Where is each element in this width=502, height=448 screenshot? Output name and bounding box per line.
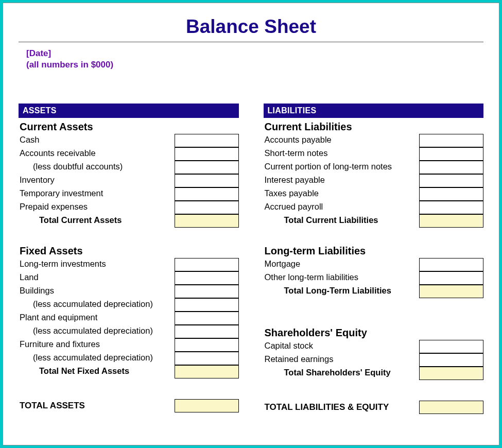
line-value-input[interactable] [419, 258, 483, 271]
line-value-input[interactable] [175, 147, 239, 161]
line-value-input[interactable] [175, 298, 239, 312]
line-label: Capital stock [264, 340, 417, 353]
line-label: Temporary investment [19, 187, 171, 201]
line-label: Prepaid expenses [19, 201, 171, 214]
date-placeholder: [Date] [26, 48, 483, 59]
document-title: Balance Sheet [19, 16, 483, 38]
total-value [419, 285, 483, 298]
line-value-input[interactable] [175, 174, 239, 187]
table-row: Temporary investment [19, 187, 239, 201]
table-row: Accrued payroll [264, 201, 484, 214]
line-value-input[interactable] [175, 201, 239, 214]
line-label: Inventory [19, 174, 171, 187]
table-row: Mortgage [264, 258, 484, 271]
table-row: Land [19, 271, 239, 285]
total-value [175, 214, 239, 228]
line-value-input[interactable] [175, 187, 239, 201]
table-row: Short-term notes [264, 147, 484, 161]
units-note: (all numbers in $000) [26, 60, 483, 70]
line-label: Taxes payable [264, 187, 417, 201]
total-value [419, 214, 483, 228]
total-label: Total Net Fixed Assets [19, 365, 171, 378]
table-row: Taxes payable [264, 187, 484, 201]
page: Balance Sheet [Date] (all numbers in $00… [3, 3, 499, 445]
total-label: Total Current Liabilities [264, 214, 417, 228]
fixed-assets-subheader: Fixed Assets [19, 245, 239, 257]
total-row: Total Current Assets [19, 214, 239, 228]
table-row: Other long-term liabilities [264, 271, 484, 285]
line-label: Accrued payroll [264, 201, 417, 214]
line-value-input[interactable] [175, 161, 239, 174]
grand-total-value [175, 399, 239, 412]
line-value-input[interactable] [419, 201, 483, 214]
table-row: Plant and equipment [19, 312, 239, 325]
total-label: Total Long-Term Liabilities [264, 285, 417, 298]
line-value-input[interactable] [419, 340, 483, 353]
grand-total-label: TOTAL LIABILITIES & EQUITY [264, 402, 420, 412]
assets-column: ASSETS Current Assets Cash Accounts rece… [19, 104, 239, 414]
line-label: Current portion of long-term notes [264, 161, 417, 174]
line-label: Land [19, 271, 171, 285]
line-value-input[interactable] [175, 325, 239, 338]
title-divider [19, 42, 483, 42]
table-row: (less accumulated depreciation) [19, 325, 239, 338]
line-value-input[interactable] [175, 312, 239, 325]
line-label: (less doubtful accounts) [19, 161, 171, 174]
table-row: (less accumulated depreciation) [19, 352, 239, 365]
table-row: Accounts payable [264, 134, 484, 147]
line-value-input[interactable] [419, 187, 483, 201]
table-row: (less doubtful accounts) [19, 161, 239, 174]
line-value-input[interactable] [175, 338, 239, 352]
current-assets-subheader: Current Assets [19, 121, 239, 133]
total-label: Total Shareholders' Equity [264, 367, 417, 380]
table-row: Interest payable [264, 174, 484, 187]
table-row: Inventory [19, 174, 239, 187]
total-row: Total Net Fixed Assets [19, 365, 239, 378]
columns: ASSETS Current Assets Cash Accounts rece… [19, 104, 483, 414]
line-label: Other long-term liabilities [264, 271, 417, 285]
assets-header: ASSETS [19, 104, 239, 118]
table-row: Long-term investments [19, 258, 239, 271]
line-value-input[interactable] [175, 134, 239, 147]
line-label: Accounts receivable [19, 147, 171, 161]
line-label: Retained earnings [264, 353, 417, 367]
grand-total-label: TOTAL ASSETS [19, 401, 175, 411]
table-row: Capital stock [264, 340, 484, 353]
line-value-input[interactable] [175, 352, 239, 365]
table-row: Prepaid expenses [19, 201, 239, 214]
table-row: Buildings [19, 285, 239, 298]
total-value [175, 365, 239, 378]
grand-total-row: TOTAL ASSETS [19, 399, 239, 412]
line-value-input[interactable] [419, 134, 483, 147]
line-label: (less accumulated depreciation) [19, 352, 171, 365]
total-row: Total Current Liabilities [264, 214, 484, 228]
table-row: Retained earnings [264, 353, 484, 367]
line-label: (less accumulated depreciation) [19, 325, 171, 338]
line-value-input[interactable] [175, 258, 239, 271]
total-label: Total Current Assets [19, 214, 171, 228]
line-label: Furniture and fixtures [19, 338, 171, 352]
line-value-input[interactable] [419, 161, 483, 174]
grand-total-value [419, 401, 483, 414]
line-label: Mortgage [264, 258, 417, 271]
line-value-input[interactable] [419, 271, 483, 285]
line-label: Plant and equipment [19, 312, 171, 325]
longterm-liabilities-subheader: Long-term Liabilities [264, 245, 484, 257]
line-value-input[interactable] [419, 174, 483, 187]
liabilities-header: LIABILITIES [264, 104, 484, 118]
line-value-input[interactable] [175, 285, 239, 298]
table-row: Current portion of long-term notes [264, 161, 484, 174]
line-label: (less accumulated depreciation) [19, 298, 171, 312]
line-label: Long-term investments [19, 258, 171, 271]
line-label: Cash [19, 134, 171, 147]
line-value-input[interactable] [175, 271, 239, 285]
table-row: Furniture and fixtures [19, 338, 239, 352]
line-value-input[interactable] [419, 353, 483, 367]
total-value [419, 367, 483, 380]
line-label: Accounts payable [264, 134, 417, 147]
current-liabilities-subheader: Current Liabilities [264, 121, 484, 133]
line-value-input[interactable] [419, 147, 483, 161]
grand-total-row: TOTAL LIABILITIES & EQUITY [264, 401, 484, 414]
total-row: Total Long-Term Liabilities [264, 285, 484, 298]
liabilities-column: LIABILITIES Current Liabilities Accounts… [264, 104, 484, 414]
